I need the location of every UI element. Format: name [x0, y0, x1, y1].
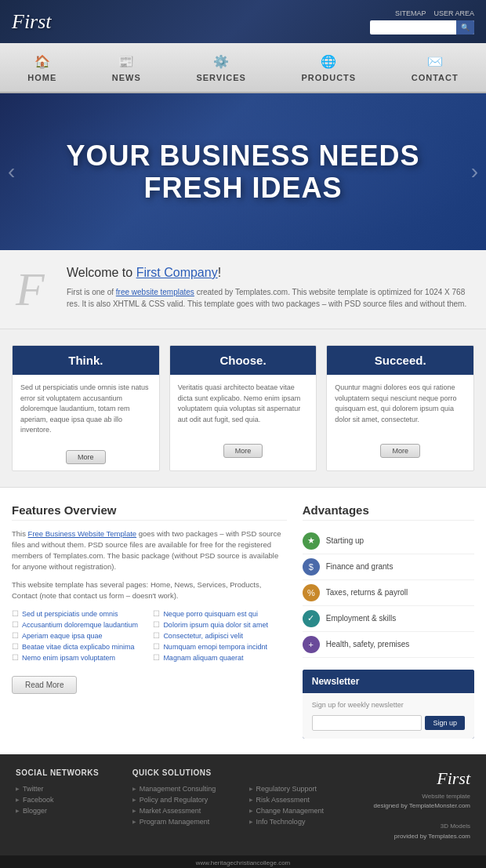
welcome-content: Welcome to First Company! First is one o… — [67, 266, 470, 310]
card-choose-btn[interactable]: More — [223, 444, 263, 458]
features-para2: This website template has several pages:… — [12, 579, 287, 602]
feature-item-8[interactable]: Numquam emopi tempora incidnt — [153, 642, 286, 651]
main-nav: 🏠 HOME 📰 NEWS ⚙️ SERVICES 🌐 PRODUCTS ✉️ … — [0, 43, 486, 93]
nav-item-news[interactable]: 📰 NEWS — [96, 49, 157, 85]
feature-item-2[interactable]: Aperiam eaque ipsa quae — [12, 631, 145, 640]
adv-item-1: $ Finance and grants — [303, 554, 474, 580]
feature-item-4[interactable]: Nemo enim ipsam voluptatem — [12, 653, 145, 662]
card-choose: Choose. Veritatis quasi architecto beata… — [169, 345, 317, 471]
feature-list: Sed ut perspiciatis unde omnis Neque por… — [12, 609, 287, 662]
hero-prev-arrow[interactable]: ‹ — [8, 159, 15, 184]
header-links: SITEMAP USER AREA — [395, 9, 474, 17]
newsletter-input[interactable] — [312, 715, 423, 731]
card-succeed-header: Succeed. — [327, 346, 473, 375]
feature-item-5[interactable]: Neque porro quisquam est qui — [153, 609, 286, 618]
feature-item-6[interactable]: Dolorim ipsum quia dolor sit amet — [153, 620, 286, 629]
newsletter-form: Sign up — [312, 715, 465, 731]
footer-social-title: Social Networks — [16, 768, 121, 777]
free-template-link[interactable]: Free Business Website Template — [28, 529, 137, 538]
footer-templates-link[interactable]: provided by Templates.com — [394, 833, 470, 840]
card-choose-header: Choose. — [170, 346, 317, 375]
header: First SITEMAP USER AREA 🔍 — [0, 0, 486, 43]
card-think-footer: More — [13, 444, 159, 470]
card-succeed-body: Quuntur magni dolores eos qui ratione vo… — [327, 375, 473, 438]
welcome-heading: Welcome to First Company! — [67, 266, 470, 280]
footer: Social Networks Twitter Facebook Blogger… — [0, 754, 486, 856]
footer-twitter[interactable]: Twitter — [16, 783, 121, 794]
card-succeed-footer: More — [327, 438, 473, 464]
watermark: www.heritagechristiancollege.com — [0, 855, 486, 868]
nav-item-products[interactable]: 🌐 PRODUCTS — [285, 49, 372, 85]
footer-logo-desc: Website template designed by TemplateMon… — [365, 792, 470, 842]
free-templates-link[interactable]: free website templates — [116, 288, 194, 296]
feature-item-7[interactable]: Consectetur, adipisci velit — [153, 631, 286, 640]
features-section: Features Overview This Free Business Web… — [12, 503, 287, 739]
footer-facebook[interactable]: Facebook — [16, 794, 121, 805]
newsletter-btn[interactable]: Sign up — [425, 716, 465, 730]
welcome-link[interactable]: First Company — [136, 266, 218, 279]
adv-icon-4: + — [303, 636, 320, 653]
features-title: Features Overview — [12, 503, 287, 521]
search-input[interactable] — [370, 22, 456, 33]
adv-icon-2: % — [303, 584, 320, 601]
features-para1: This Free Business Website Template goes… — [12, 528, 287, 573]
nav-item-contact[interactable]: ✉️ CONTACT — [396, 49, 474, 85]
adv-item-4: + Health, safety, premises — [303, 632, 474, 658]
footer-social: Social Networks Twitter Facebook Blogger — [16, 768, 121, 842]
card-succeed-btn[interactable]: More — [380, 444, 420, 458]
newsletter-title: Newsletter — [303, 670, 474, 693]
header-right: SITEMAP USER AREA 🔍 — [370, 9, 474, 35]
card-think-body: Sed ut perspiciatis unde omnis iste natu… — [13, 375, 159, 444]
footer-extra: Regulatory Support Risk Assessment Chang… — [249, 768, 354, 842]
footer-templatemonster-link[interactable]: designed by TemplateMonster.com — [374, 802, 470, 809]
footer-ext-2[interactable]: Change Management — [249, 805, 354, 816]
adv-icon-1: $ — [303, 558, 320, 576]
feature-item-0[interactable]: Sed ut perspiciatis unde omnis — [12, 609, 145, 618]
footer-blogger[interactable]: Blogger — [16, 805, 121, 816]
footer-logo-col: First Website template designed by Templ… — [365, 768, 470, 842]
footer-ext-0[interactable]: Regulatory Support — [249, 783, 354, 794]
footer-sol-3[interactable]: Program Management — [132, 816, 238, 827]
user-area-link[interactable]: USER AREA — [433, 9, 474, 17]
footer-logo: First — [365, 768, 470, 789]
feature-item-1[interactable]: Accusantium doloremque laudantium — [12, 620, 145, 629]
footer-sol-1[interactable]: Policy and Regulatory — [132, 794, 238, 805]
watermark-link[interactable]: www.heritagechristiancollege.com — [196, 859, 291, 866]
search-button[interactable]: 🔍 — [456, 20, 474, 35]
welcome-section: F Welcome to First Company! First is one… — [0, 250, 486, 329]
footer-solutions: Quick Solutions Management Consulting Po… — [132, 768, 238, 842]
nav-item-home[interactable]: 🏠 HOME — [12, 49, 72, 85]
products-icon: 🌐 — [317, 53, 339, 70]
adv-icon-0: ★ — [303, 532, 320, 550]
contact-icon: ✉️ — [424, 53, 446, 70]
feature-item-3[interactable]: Beatae vitae dicta explicabo minima — [12, 642, 145, 651]
adv-label-0: Starting up — [326, 536, 364, 545]
footer-ext-3[interactable]: Info Technology — [249, 816, 354, 827]
logo: First — [12, 10, 52, 34]
card-choose-footer: More — [170, 438, 317, 464]
sitemap-link[interactable]: SITEMAP — [395, 9, 426, 17]
adv-label-2: Taxes, returns & payroll — [326, 588, 408, 597]
read-more-button[interactable]: Read More — [12, 676, 77, 694]
card-choose-body: Veritatis quasi architecto beatae vitae … — [170, 375, 317, 438]
adv-item-2: % Taxes, returns & payroll — [303, 580, 474, 606]
footer-solutions-list: Management Consulting Policy and Regulat… — [132, 783, 238, 827]
cards-section: Think. Sed ut perspiciatis unde omnis is… — [0, 329, 486, 488]
adv-label-4: Health, safety, premises — [326, 640, 410, 648]
footer-sol-0[interactable]: Management Consulting — [132, 783, 238, 794]
welcome-body: First is one of free website templates c… — [67, 286, 470, 310]
hero-banner: ‹ YOUR BUSINESS NEEDS FRESH IDEAS › — [0, 93, 486, 250]
footer-social-list: Twitter Facebook Blogger — [16, 783, 121, 816]
home-icon: 🏠 — [31, 53, 53, 70]
footer-sol-2[interactable]: Market Assessment — [132, 805, 238, 816]
card-succeed: Succeed. Quuntur magni dolores eos qui r… — [326, 345, 474, 471]
nav-item-services[interactable]: ⚙️ SERVICES — [180, 49, 261, 85]
footer-ext-1[interactable]: Risk Assessment — [249, 794, 354, 805]
footer-extra-title — [249, 768, 354, 777]
footer-extra-list: Regulatory Support Risk Assessment Chang… — [249, 783, 354, 827]
news-icon: 📰 — [115, 53, 137, 70]
card-think-btn[interactable]: More — [66, 450, 106, 464]
nav-label-home: HOME — [27, 73, 56, 82]
feature-item-9[interactable]: Magnam aliquam quaerat — [153, 653, 286, 662]
hero-next-arrow[interactable]: › — [471, 159, 478, 184]
